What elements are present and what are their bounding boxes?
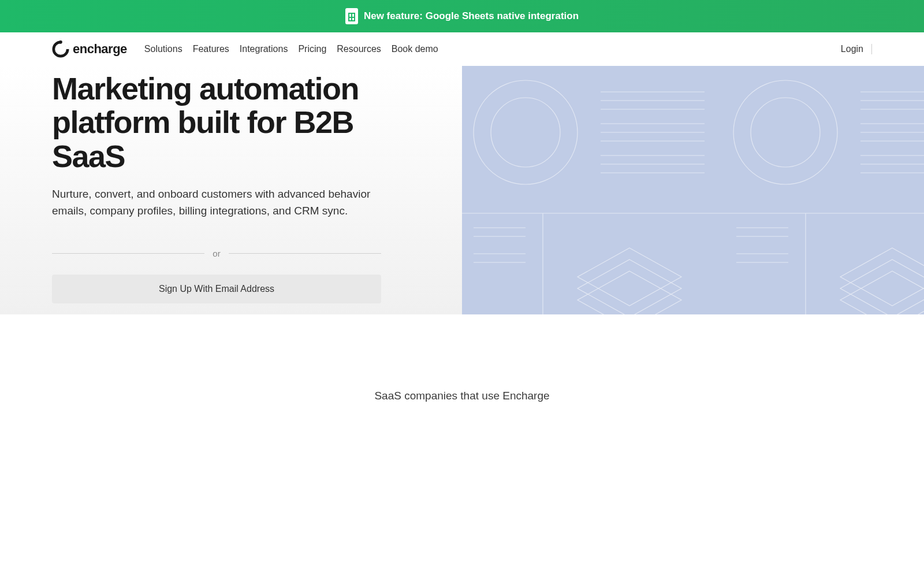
svg-point-1	[59, 40, 62, 44]
logo-icon	[52, 40, 69, 58]
divider-line-right	[229, 253, 381, 254]
svg-marker-40	[840, 271, 924, 314]
google-sheets-icon	[345, 8, 358, 24]
svg-marker-37	[578, 271, 681, 314]
nav-features[interactable]: Features	[193, 44, 229, 54]
hero-subtitle: Nurture, convert, and onboard customers …	[52, 186, 375, 220]
nav-integrations[interactable]: Integrations	[240, 44, 288, 54]
announcement-text: New feature: Google Sheets native integr…	[364, 10, 579, 22]
nav-divider	[871, 44, 872, 54]
social-proof-section: SaaS companies that use Encharge	[0, 314, 924, 437]
signup-or-divider: or	[52, 249, 381, 258]
main-nav: encharge Solutions Features Integrations…	[0, 32, 924, 66]
hero-section: Marketing automation platform built for …	[0, 66, 924, 314]
nav-pricing[interactable]: Pricing	[298, 44, 326, 54]
nav-book-demo[interactable]: Book demo	[392, 44, 438, 54]
hero: Marketing automation platform built for …	[0, 66, 924, 314]
nav-resources[interactable]: Resources	[337, 44, 381, 54]
login-link[interactable]: Login	[841, 44, 863, 54]
email-signup-button[interactable]: Sign Up With Email Address	[52, 275, 381, 303]
hero-content: Marketing automation platform built for …	[52, 66, 410, 314]
svg-marker-39	[840, 260, 924, 314]
or-text: or	[213, 249, 220, 258]
announcement-bar[interactable]: New feature: Google Sheets native integr…	[0, 0, 924, 32]
svg-point-3	[491, 98, 560, 167]
logo[interactable]: encharge	[52, 40, 127, 58]
nav-menu: Solutions Features Integrations Pricing …	[144, 44, 438, 54]
nav-right: Login	[841, 44, 872, 54]
svg-marker-36	[578, 260, 681, 314]
hero-illustration	[462, 66, 924, 314]
nav-solutions[interactable]: Solutions	[144, 44, 182, 54]
social-proof-heading: SaaS companies that use Encharge	[12, 390, 912, 402]
svg-point-2	[474, 80, 578, 184]
svg-point-5	[751, 98, 820, 167]
svg-point-4	[733, 80, 837, 184]
divider-line-left	[52, 253, 204, 254]
hero-title: Marketing automation platform built for …	[52, 72, 381, 173]
logo-text: encharge	[73, 42, 127, 57]
